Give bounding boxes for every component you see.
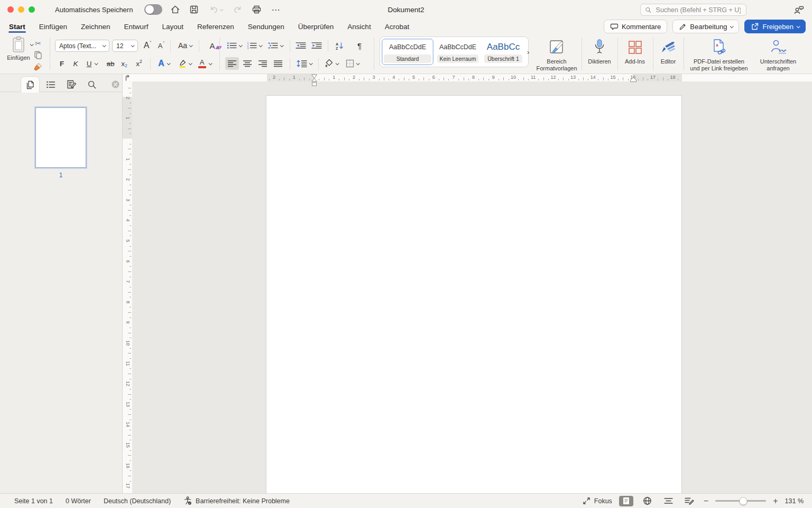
increase-indent-button[interactable]	[310, 39, 324, 52]
align-left-button[interactable]	[225, 57, 239, 70]
font-name-select[interactable]: Aptos (Text...	[55, 40, 109, 52]
style-standard[interactable]: AaBbCcDdE Standard	[382, 39, 433, 65]
share-button[interactable]: Freigeben	[744, 20, 806, 33]
align-center-button[interactable]	[241, 57, 254, 70]
decrease-indent-button[interactable]	[294, 39, 308, 52]
word-count-status[interactable]: 0 Wörter	[66, 497, 91, 505]
tab-referenzen[interactable]: Referenzen	[190, 19, 241, 34]
bullet-list-button[interactable]	[225, 39, 243, 52]
clear-formatting-button[interactable]: A	[206, 39, 224, 52]
sidebar-tab-search[interactable]	[82, 76, 102, 93]
paste-button[interactable]: Einfügen	[6, 36, 31, 61]
numbered-list-button[interactable]: 123	[245, 39, 263, 52]
editor-button[interactable]: Editor	[656, 35, 681, 65]
shrink-font-button[interactable]: Aˇ	[155, 39, 168, 52]
copy-button[interactable]	[33, 49, 43, 61]
v-ruler-number: 6	[124, 258, 131, 265]
highlight-button[interactable]	[174, 57, 195, 70]
font-size-select[interactable]: 12	[112, 40, 138, 52]
language-status[interactable]: Deutsch (Deutschland)	[104, 497, 171, 505]
style-ueberschrift-1[interactable]: AaBbCc Überschrift 1	[482, 39, 524, 65]
multilevel-list-button[interactable]	[266, 39, 284, 52]
align-justify-button[interactable]	[271, 57, 285, 70]
indent-marker[interactable]	[311, 74, 318, 87]
zoom-level-value[interactable]: 131 %	[785, 497, 804, 505]
show-paragraph-marks-button[interactable]: ¶	[353, 39, 366, 52]
redo-button[interactable]	[231, 3, 244, 16]
grow-font-button[interactable]: Aˆ	[141, 39, 154, 52]
align-right-button[interactable]	[256, 57, 270, 70]
style-kein-leerraum[interactable]: AaBbCcDdE Kein Leerraum	[435, 39, 481, 65]
minimize-window-button[interactable]	[18, 6, 24, 13]
tab-stop-selector-icon[interactable]	[124, 75, 131, 81]
search-input[interactable]	[655, 6, 742, 14]
change-case-button[interactable]: Aa	[174, 39, 196, 52]
draft-view-button[interactable]	[682, 496, 697, 506]
sort-button[interactable]: AZ	[332, 39, 347, 52]
close-window-button[interactable]	[7, 6, 14, 13]
tab-berprfen[interactable]: Überprüfen	[291, 19, 341, 34]
bold-button[interactable]: F	[56, 57, 68, 70]
autosave-toggle[interactable]	[144, 4, 162, 15]
sidebar-close-button[interactable]	[106, 76, 125, 93]
zoom-slider-thumb[interactable]	[740, 497, 748, 505]
outline-view-button[interactable]	[661, 496, 676, 506]
strikethrough-button[interactable]: ab	[103, 57, 118, 70]
tab-acrobat[interactable]: Acrobat	[378, 19, 417, 34]
document-page[interactable]	[266, 95, 682, 493]
print-button[interactable]	[250, 3, 263, 16]
zoom-window-button[interactable]	[29, 6, 35, 13]
save-button[interactable]	[188, 3, 200, 16]
superscript-button[interactable]: x2	[132, 57, 146, 70]
accessibility-status[interactable]: Barrierefreiheit: Keine Probleme	[183, 496, 290, 505]
subscript-button[interactable]: x2	[117, 57, 131, 70]
more-toolbar-button[interactable]: ⋯	[269, 3, 282, 16]
zoom-out-button[interactable]: −	[704, 497, 708, 505]
borders-button[interactable]	[343, 57, 362, 70]
italic-button[interactable]: K	[70, 57, 81, 70]
page-count-status[interactable]: Seite 1 von 1	[14, 497, 53, 505]
presence-people-icon[interactable]	[793, 4, 805, 15]
text-effects-button[interactable]: A	[154, 57, 173, 70]
sidebar-tab-reviewing[interactable]	[62, 76, 81, 93]
request-signatures-button[interactable]: × Unterschriftenanfragen	[752, 35, 805, 71]
styles-gallery-more-chevron[interactable]: ›	[527, 48, 529, 56]
undo-button[interactable]	[207, 3, 225, 16]
sidebar-tab-thumbnails[interactable]	[21, 76, 40, 93]
editor-label: Editor	[661, 58, 676, 65]
style-preview: AaBbCc	[483, 39, 524, 55]
sidebar-tab-headings[interactable]	[41, 76, 60, 93]
tab-sendungen[interactable]: Sendungen	[241, 19, 291, 34]
addins-button[interactable]: Add-Ins	[621, 35, 649, 65]
undo-menu-chevron[interactable]	[220, 7, 224, 11]
horizontal-ruler[interactable]: 21123456789101112131415161718	[123, 74, 812, 81]
vertical-ruler[interactable]: 211234567891011121314151617	[123, 81, 132, 493]
home-button[interactable]	[169, 3, 181, 16]
zoom-slider[interactable]	[715, 500, 766, 502]
web-layout-view-button[interactable]	[640, 496, 654, 506]
tab-zeichnen[interactable]: Zeichnen	[74, 19, 117, 34]
zoom-in-button[interactable]: +	[773, 497, 778, 505]
font-color-button[interactable]: A	[195, 57, 215, 70]
tab-einfgen[interactable]: Einfügen	[32, 19, 74, 34]
create-pdf-button[interactable]: A PDF-Datei erstellenund per Link freige…	[687, 35, 751, 71]
shading-button[interactable]	[322, 57, 340, 70]
tab-ansicht[interactable]: Ansicht	[340, 19, 377, 34]
page-thumbnail[interactable]	[35, 107, 86, 168]
line-spacing-button[interactable]	[294, 57, 314, 70]
search-field[interactable]	[640, 4, 746, 16]
cut-button[interactable]: ✂	[33, 37, 43, 50]
comments-button[interactable]: Kommentare	[604, 20, 667, 33]
underline-button[interactable]: U	[82, 57, 102, 70]
document-canvas[interactable]	[132, 81, 812, 493]
format-painter-button[interactable]	[32, 60, 44, 73]
tab-entwurf[interactable]: Entwurf	[117, 19, 155, 34]
tab-start[interactable]: Start	[2, 19, 32, 34]
right-indent-marker[interactable]	[630, 77, 636, 82]
editing-mode-button[interactable]: Bearbeitung	[672, 20, 739, 33]
focus-mode-button[interactable]: Fokus	[583, 497, 612, 505]
print-layout-view-button[interactable]	[619, 496, 633, 506]
dictate-button[interactable]: Diktieren	[585, 35, 614, 65]
styles-pane-button[interactable]: BereichFormatvorlagen	[534, 35, 579, 71]
tab-layout[interactable]: Layout	[155, 19, 190, 34]
